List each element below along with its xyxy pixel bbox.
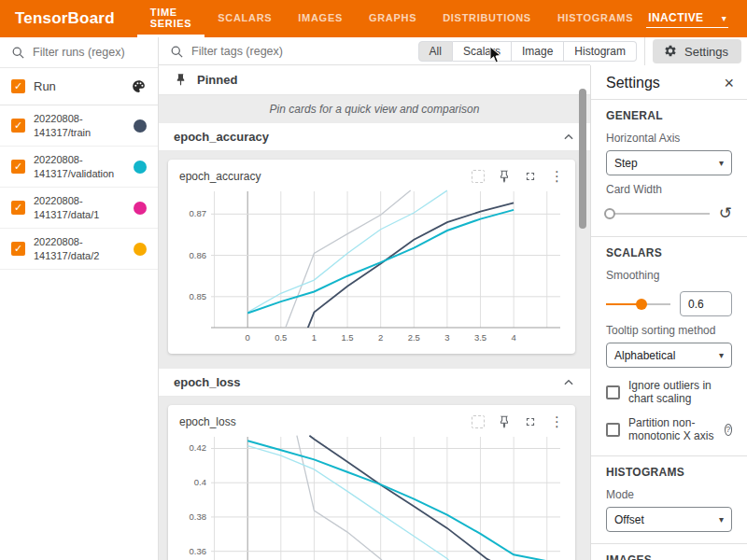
tag-type-filter-group: All Scalars Image Histogram	[418, 41, 637, 62]
pin-outline-icon[interactable]	[498, 415, 511, 428]
tab-graphs[interactable]: GRAPHS	[356, 0, 430, 37]
status-label: INACTIVE	[648, 11, 703, 24]
reset-icon[interactable]: ↺	[719, 205, 732, 221]
filter-tags-input[interactable]: Filter tags (regex)	[191, 45, 283, 58]
run-color-dot	[134, 161, 147, 174]
help-icon[interactable]: ?	[725, 424, 732, 436]
tooltip-sort-select[interactable]: Alphabetical ▾	[606, 343, 732, 368]
run-list-header: ✓ Run	[0, 68, 158, 105]
settings-button[interactable]: Settings	[653, 39, 741, 63]
toolbar-divider	[644, 37, 645, 65]
fit-to-domain-icon[interactable]	[472, 415, 485, 428]
tooltip-sort-label: Tooltip sorting method	[606, 324, 732, 337]
chevron-up-icon[interactable]	[562, 131, 575, 144]
tab-histograms[interactable]: HISTOGRAMS	[544, 0, 646, 37]
app-logo: TensorBoard	[0, 0, 137, 37]
smoothing-label: Smoothing	[606, 269, 732, 282]
section-epoch-accuracy[interactable]: epoch_accuracy	[159, 123, 590, 151]
header-controls: INACTIVE ▾ ?	[646, 0, 747, 37]
run-checkbox[interactable]: ✓	[11, 201, 25, 215]
run-color-dot	[134, 119, 147, 133]
svg-text:0.4: 0.4	[194, 477, 206, 487]
palette-icon[interactable]	[131, 78, 147, 94]
epoch-loss-chart[interactable]: 0.360.380.40.4200.511.522.533.54	[179, 433, 564, 560]
tab-scalars[interactable]: SCALARS	[204, 0, 285, 37]
partition-x-axis-row[interactable]: ✓ Partition non-monotonic X axis ?	[606, 416, 732, 442]
tensorboard-app: TensorBoard TIME SERIES SCALARS IMAGES G…	[0, 0, 747, 560]
svg-text:0.5: 0.5	[275, 332, 287, 343]
close-icon[interactable]: ×	[724, 75, 734, 91]
chip-histogram[interactable]: Histogram	[564, 41, 637, 62]
histogram-mode-label: Mode	[606, 488, 732, 501]
images-heading: IMAGES	[606, 553, 732, 560]
run-label: 20220808-141317/validation	[34, 153, 125, 181]
slider-thumb[interactable]	[604, 208, 615, 219]
pin-hint-banner: Pin cards for a quick view and compariso…	[159, 95, 590, 123]
histogram-mode-select[interactable]: Offset ▾	[606, 507, 732, 532]
run-label: 20220808-141317/data/1	[34, 194, 125, 222]
filter-tags-row: Filter tags (regex)	[159, 45, 418, 59]
horizontal-axis-select[interactable]: Step ▾	[606, 150, 732, 175]
fullscreen-icon[interactable]	[524, 415, 537, 428]
svg-text:4: 4	[511, 332, 515, 343]
section-epoch-loss[interactable]: epoch_loss	[159, 369, 590, 397]
ignore-outliers-checkbox[interactable]: ✓	[606, 385, 620, 399]
tab-time-series[interactable]: TIME SERIES	[137, 0, 205, 37]
chip-scalars[interactable]: Scalars	[453, 41, 512, 62]
filter-runs-row: Filter runs (regex)	[0, 37, 158, 68]
chip-all[interactable]: All	[418, 41, 453, 62]
slider-thumb[interactable]	[636, 299, 647, 310]
run-row[interactable]: ✓ 20220808-141317/train	[0, 105, 158, 147]
run-checkbox[interactable]: ✓	[11, 242, 25, 256]
fullscreen-icon[interactable]	[524, 170, 537, 183]
svg-text:0: 0	[246, 332, 250, 343]
section-title: epoch_loss	[174, 375, 562, 389]
svg-text:3: 3	[444, 332, 449, 343]
chevron-down-icon: ▾	[719, 350, 724, 360]
epoch-accuracy-chart[interactable]: 0.850.860.8700.511.522.533.54	[179, 188, 564, 346]
settings-images-section: IMAGES Brightness ↺ Contrast	[591, 544, 747, 560]
chip-image[interactable]: Image	[512, 41, 564, 62]
svg-text:2.5: 2.5	[408, 332, 420, 343]
select-all-runs-checkbox[interactable]: ✓	[11, 79, 25, 93]
runs-sidebar: Filter runs (regex) ✓ Run ✓ 20220808-141…	[0, 37, 159, 560]
card-width-slider[interactable]	[606, 207, 710, 220]
fit-to-domain-icon[interactable]	[472, 170, 485, 183]
run-row[interactable]: ✓ 20220808-141317/data/1	[0, 188, 158, 229]
main-scrollbar-thumb[interactable]	[579, 89, 586, 229]
horizontal-axis-label: Horizontal Axis	[606, 132, 732, 145]
chevron-up-icon[interactable]	[562, 376, 575, 389]
run-row[interactable]: ✓ 20220808-141317/validation	[0, 147, 158, 188]
settings-scalars-section: SCALARS Smoothing Tooltip sorting method…	[591, 237, 747, 456]
smoothing-slider[interactable]	[606, 298, 670, 311]
run-color-dot	[134, 243, 147, 256]
svg-text:0.36: 0.36	[190, 546, 207, 556]
tab-distributions[interactable]: DISTRIBUTIONS	[430, 0, 544, 37]
filter-runs-input[interactable]: Filter runs (regex)	[33, 46, 125, 59]
chevron-down-icon: ▾	[722, 13, 726, 23]
kebab-menu-icon[interactable]: ⋮	[550, 415, 564, 429]
tab-images[interactable]: IMAGES	[285, 0, 356, 37]
reload-status-select[interactable]: INACTIVE ▾	[646, 9, 728, 28]
scalar-card-epoch-accuracy: epoch_accuracy ⋮ 0.850.860.8700.511.522.…	[168, 160, 575, 354]
run-row[interactable]: ✓ 20220808-141317/data/2	[0, 229, 158, 270]
pin-outline-icon[interactable]	[498, 170, 511, 183]
settings-panel: Settings × GENERAL Horizontal Axis Step …	[590, 65, 747, 560]
scalars-heading: SCALARS	[606, 246, 732, 259]
ignore-outliers-row[interactable]: ✓ Ignore outliers in chart scaling	[606, 379, 732, 405]
smoothing-input[interactable]	[680, 291, 732, 316]
kebab-menu-icon[interactable]: ⋮	[550, 170, 564, 184]
pinned-section-header: Pinned	[159, 65, 590, 95]
run-color-dot	[134, 202, 147, 215]
svg-text:0.86: 0.86	[190, 250, 207, 260]
run-checkbox[interactable]: ✓	[11, 119, 25, 133]
general-heading: GENERAL	[606, 109, 732, 122]
scalar-card-epoch-loss: epoch_loss ⋮ 0.360.380.40.4200.511.522.5…	[168, 405, 575, 560]
run-label: 20220808-141317/data/2	[34, 235, 125, 263]
run-checkbox[interactable]: ✓	[11, 160, 25, 174]
search-icon	[11, 46, 25, 60]
svg-text:0.38: 0.38	[190, 511, 207, 522]
partition-x-axis-checkbox[interactable]: ✓	[606, 423, 620, 437]
cards-main-area: Pinned Pin cards for a quick view and co…	[159, 65, 590, 560]
theme-brightness-icon[interactable]	[743, 5, 747, 33]
